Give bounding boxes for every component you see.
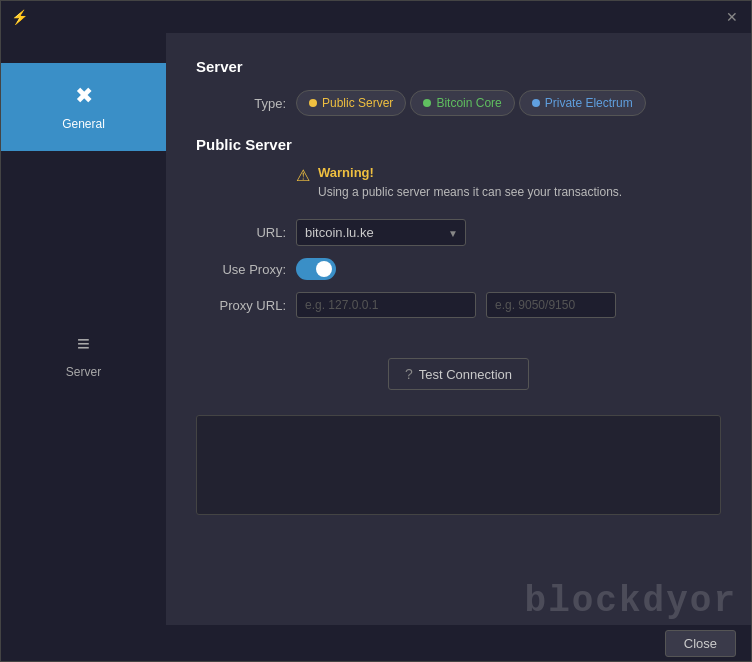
- title-bar: ⚡ ✕: [1, 1, 751, 33]
- warning-title: Warning!: [318, 165, 622, 180]
- proxy-url-field-row: Proxy URL:: [196, 292, 721, 318]
- general-icon: ✖: [75, 83, 93, 109]
- bitcoin-core-dot: [423, 99, 431, 107]
- type-bitcoin-core-button[interactable]: Bitcoin Core: [410, 90, 514, 116]
- public-server-subtitle: Public Server: [196, 136, 721, 153]
- server-section-title: Server: [196, 58, 721, 75]
- url-label: URL:: [196, 225, 286, 240]
- warning-content: Warning! Using a public server means it …: [318, 165, 622, 199]
- log-area: [196, 415, 721, 515]
- sidebar-general-label: General: [62, 117, 105, 131]
- proxy-host-input[interactable]: [296, 292, 476, 318]
- url-field-row: URL: bitcoin.lu.ke: [196, 219, 721, 246]
- sidebar-item-general[interactable]: ✖ General: [1, 63, 166, 151]
- content-area: Server Type: Public Server Bitcoin Core: [166, 33, 751, 625]
- private-electrum-dot: [532, 99, 540, 107]
- main-window: ⚡ ✕ ✖ General ≡ Server Server Type:: [0, 0, 752, 662]
- close-button[interactable]: Close: [665, 630, 736, 657]
- bitcoin-core-label: Bitcoin Core: [436, 96, 501, 110]
- warning-text: Using a public server means it can see y…: [318, 185, 622, 199]
- bottom-bar: Close: [1, 625, 751, 661]
- use-proxy-toggle[interactable]: [296, 258, 336, 280]
- test-connection-label: Test Connection: [419, 367, 512, 382]
- type-field-row: Type: Public Server Bitcoin Core Private…: [196, 90, 721, 116]
- type-private-electrum-button[interactable]: Private Electrum: [519, 90, 646, 116]
- proxy-url-label: Proxy URL:: [196, 298, 286, 313]
- public-server-label: Public Server: [322, 96, 393, 110]
- type-buttons-group: Public Server Bitcoin Core Private Elect…: [296, 90, 646, 116]
- public-server-dot: [309, 99, 317, 107]
- warning-icon: ⚠: [296, 166, 310, 185]
- main-content: ✖ General ≡ Server Server Type: Public S…: [1, 33, 751, 625]
- url-select[interactable]: bitcoin.lu.ke: [296, 219, 466, 246]
- test-connection-button[interactable]: ? Test Connection: [388, 358, 529, 390]
- private-electrum-label: Private Electrum: [545, 96, 633, 110]
- type-label: Type:: [196, 96, 286, 111]
- sidebar-server-label: Server: [66, 365, 101, 379]
- url-select-wrapper: bitcoin.lu.ke: [296, 219, 466, 246]
- toggle-slider: [296, 258, 336, 280]
- server-icon: ≡: [77, 331, 90, 357]
- use-proxy-label: Use Proxy:: [196, 262, 286, 277]
- sidebar-item-server[interactable]: ≡ Server: [1, 311, 166, 399]
- window-close-button[interactable]: ✕: [723, 8, 741, 26]
- sidebar: ✖ General ≡ Server: [1, 33, 166, 625]
- warning-box: ⚠ Warning! Using a public server means i…: [296, 165, 721, 204]
- app-icon: ⚡: [11, 9, 28, 25]
- test-connection-icon: ?: [405, 366, 413, 382]
- proxy-port-input[interactable]: [486, 292, 616, 318]
- use-proxy-field-row: Use Proxy:: [196, 258, 721, 280]
- type-public-server-button[interactable]: Public Server: [296, 90, 406, 116]
